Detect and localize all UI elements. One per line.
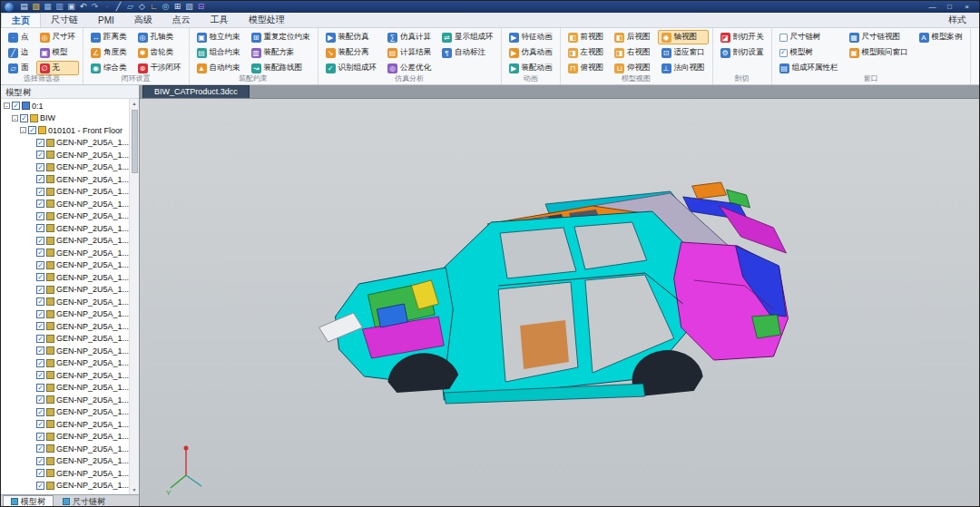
tree-node[interactable]: ✓GEN-NP_2U5A_1... <box>1 137 129 150</box>
hole-axis-loop-button[interactable]: ◎孔轴类 <box>134 30 185 44</box>
angle-loop-button[interactable]: ∠角度类 <box>87 45 131 60</box>
expander-icon[interactable]: - <box>4 102 10 109</box>
tree-node[interactable]: ✓GEN-NP_2U5A_1... <box>1 455 129 468</box>
grid-tool-icon[interactable]: ⊞ <box>172 1 183 13</box>
checkbox-checked-icon[interactable]: ✓ <box>36 212 44 220</box>
expander-icon[interactable]: - <box>12 115 18 122</box>
edge-filter-button[interactable]: ╱边 <box>5 45 33 60</box>
gear-loop-button[interactable]: ✱齿轮类 <box>134 45 185 60</box>
checkbox-checked-icon[interactable]: ✓ <box>36 261 44 269</box>
tree-node[interactable]: ✓GEN-NP_2U5A_1... <box>1 320 129 333</box>
checkbox-checked-icon[interactable]: ✓ <box>36 310 44 318</box>
save-all-icon[interactable]: ▥ <box>54 1 65 13</box>
fit-window-button[interactable]: ⊡适应窗口 <box>658 45 709 60</box>
tree-node[interactable]: ✓GEN-NP_2U5A_1... <box>1 369 129 382</box>
checkbox-checked-icon[interactable]: ✓ <box>36 224 44 232</box>
view-tool-icon[interactable]: ◎ <box>160 1 172 13</box>
tree-node[interactable]: ✓GEN-NP_2U5A_1... <box>1 210 129 223</box>
model-advisor-window-button[interactable]: ▣模型顾问窗口 <box>846 45 912 60</box>
checkbox-checked-icon[interactable]: ✓ <box>36 151 44 159</box>
ribbon-tab-point-cloud[interactable]: 点云 <box>162 13 201 27</box>
checkbox-checked-icon[interactable]: ✓ <box>36 249 44 257</box>
section-toggle-button[interactable]: ◪剖切开关 <box>717 30 768 44</box>
tree-node[interactable]: ✓GEN-NP_2U5A_1... <box>1 247 129 259</box>
tree-node[interactable]: ✓GEN-NP_2U5A_1... <box>1 173 129 186</box>
checkbox-checked-icon[interactable]: ✓ <box>36 188 44 196</box>
checkbox-checked-icon[interactable]: ✓ <box>36 237 44 245</box>
tree-node[interactable]: ✓GEN-NP_2U5A_1... <box>1 308 129 321</box>
open-file-icon[interactable]: ▨ <box>30 1 42 13</box>
tree-node[interactable]: ✓GEN-NP_2U5A_1... <box>1 333 129 346</box>
front-view-button[interactable]: ◧前视图 <box>564 30 608 44</box>
display-tool-icon[interactable]: ▧ <box>183 1 195 13</box>
tree-node[interactable]: ✓GEN-NP_2U5A_1... <box>1 259 129 272</box>
checkbox-checked-icon[interactable]: ✓ <box>28 126 36 134</box>
style-button[interactable]: 样式 <box>936 13 979 27</box>
document-tab[interactable]: BIW_CATProduct.3dcc <box>142 85 250 98</box>
checkbox-checked-icon[interactable]: ✓ <box>36 408 44 416</box>
assembly-simulation-button[interactable]: ▶装配仿真 <box>322 30 381 44</box>
combined-constraint-button[interactable]: ▤组合约束 <box>193 45 244 60</box>
tree-node[interactable]: ✓GEN-NP_2U5A_1... <box>1 418 129 431</box>
axonometric-view-button[interactable]: ◆轴视图 <box>658 30 709 44</box>
independent-constraint-button[interactable]: ▣独立约束 <box>193 30 244 44</box>
line-tool-icon[interactable]: ╱ <box>113 1 124 13</box>
tree-node[interactable]: ✓GEN-NP_2U5A_1... <box>1 149 129 161</box>
dimension-chain-tree-toggle-button[interactable]: 尺寸链树 <box>776 30 842 44</box>
auto-annotation-button[interactable]: ¶自动标注 <box>438 45 497 60</box>
ribbon-tab-tools[interactable]: 工具 <box>201 13 239 27</box>
checkbox-checked-icon[interactable]: ✓ <box>12 102 20 110</box>
checkbox-checked-icon[interactable]: ✓ <box>36 175 44 183</box>
section-settings-button[interactable]: ⚙剖切设置 <box>717 45 768 60</box>
tree-node[interactable]: ✓GEN-NP_2U5A_1... <box>1 406 129 419</box>
tree-node[interactable]: ✓GEN-NP_2U5A_1... <box>1 222 129 235</box>
point-filter-button[interactable]: ·点 <box>5 30 33 44</box>
show-loops-button[interactable]: ⇌显示组成环 <box>438 30 497 44</box>
assembly-scheme-button[interactable]: ▥装配方案 <box>248 45 314 60</box>
checkbox-checked-icon[interactable]: ✓ <box>36 322 44 330</box>
checkbox-checked-icon[interactable]: ✓ <box>36 139 44 147</box>
ribbon-tab-model-processing[interactable]: 模型处理 <box>239 13 295 27</box>
ribbon-tab-home[interactable]: 主页 <box>1 13 41 27</box>
simulation-compute-button[interactable]: ∑仿真计算 <box>384 30 435 44</box>
checkbox-checked-icon[interactable]: ✓ <box>36 335 44 343</box>
checkbox-checked-icon[interactable]: ✓ <box>36 482 44 490</box>
plane-tool-icon[interactable]: ▱ <box>124 1 136 13</box>
expander-icon[interactable]: - <box>20 127 26 133</box>
simulation-animation-button[interactable]: ▶仿真动画 <box>505 45 556 60</box>
checkbox-checked-icon[interactable]: ✓ <box>36 384 44 392</box>
tree-node[interactable]: ✓GEN-NP_2U5A_1... <box>1 431 129 444</box>
tree-node[interactable]: ✓GEN-NP_2U5A_1... <box>1 394 129 406</box>
tree-node[interactable]: ✓GEN-NP_2U5A_1... <box>1 235 129 248</box>
usb-device-icon[interactable]: ⊟ <box>195 1 207 13</box>
checkbox-checked-icon[interactable]: ✓ <box>36 469 44 477</box>
checkbox-checked-icon[interactable]: ✓ <box>36 297 44 306</box>
feature-animation-button[interactable]: ▶特征动画 <box>505 30 556 44</box>
tree-node[interactable]: -✓0:1 <box>1 100 129 112</box>
axis-tool-icon[interactable]: ◇ <box>136 1 148 13</box>
car-far-header-orange[interactable] <box>692 182 727 199</box>
ribbon-tab-advanced[interactable]: 高级 <box>124 13 162 27</box>
ribbon-tab-dimension-chain[interactable]: 尺寸链 <box>41 13 88 27</box>
right-view-button[interactable]: ◨右视图 <box>611 45 654 60</box>
save-icon[interactable]: ▦ <box>42 1 54 13</box>
repeat-positioning-constraint-button[interactable]: ⊞重复定位约束 <box>248 30 314 44</box>
dimension-chain-view-button[interactable]: ▦尺寸链视图 <box>846 30 912 44</box>
tree-node[interactable]: ✓GEN-NP_2U5A_1... <box>1 443 129 455</box>
minimize-button[interactable]: — <box>924 1 941 13</box>
checkbox-checked-icon[interactable]: ✓ <box>36 346 44 355</box>
checkbox-checked-icon[interactable]: ✓ <box>36 371 44 379</box>
redo-icon[interactable]: ↷ <box>89 1 101 13</box>
checkbox-checked-icon[interactable]: ✓ <box>36 457 44 465</box>
biw-3d-model[interactable] <box>140 99 979 507</box>
checkbox-checked-icon[interactable]: ✓ <box>36 200 44 208</box>
measure-tool-icon[interactable]: ∟ <box>148 1 160 13</box>
checkbox-checked-icon[interactable]: ✓ <box>36 420 44 428</box>
viewport-3d[interactable]: BIW_CATProduct.3dcc <box>140 85 979 507</box>
scroll-up-icon[interactable]: ▲ <box>130 99 139 108</box>
tree-node[interactable]: ✓GEN-NP_2U5A_1... <box>1 284 129 297</box>
back-view-button[interactable]: ◧后视图 <box>611 30 654 44</box>
model-filter-button[interactable]: ▣模型 <box>36 45 80 60</box>
tree-node[interactable]: ✓GEN-NP_2U5A_1... <box>1 186 129 199</box>
tree-node[interactable]: ✓GEN-NP_2U5A_1... <box>1 480 129 492</box>
